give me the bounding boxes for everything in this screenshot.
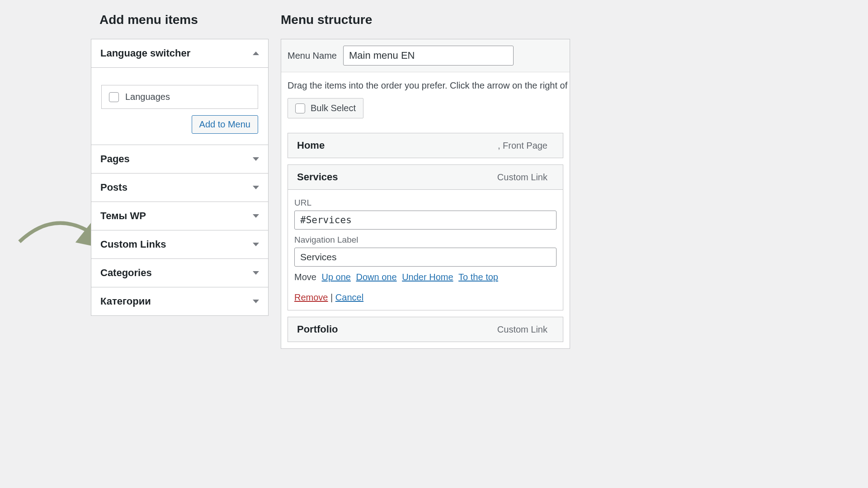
chevron-down-icon [253,243,259,246]
separator: | [330,292,335,302]
move-label: Move [294,272,316,282]
chevron-down-icon [253,271,259,275]
language-switcher-body: Languages Add to Menu [91,68,268,145]
menu-item-type: Custom Link [497,324,547,335]
accordion-pages[interactable]: Pages [91,145,268,174]
nav-label-field-label: Navigation Label [294,235,557,245]
menu-item-type: , Front Page [498,141,547,151]
menu-item-header[interactable]: Services Custom Link [288,165,563,189]
accordion-label: Language switcher [100,47,190,59]
add-menu-items-title: Add menu items [91,0,269,37]
accordion-categories-ru[interactable]: Категории [91,287,268,315]
menu-name-input[interactable] [343,46,514,66]
url-input[interactable] [294,211,557,230]
menu-item-header[interactable]: Home , Front Page [288,133,563,158]
menu-item-title: Services [297,171,338,183]
bulk-select-toggle[interactable]: Bulk Select [288,98,363,118]
chevron-down-icon [253,300,259,303]
menu-item-services: Services Custom Link URL [288,164,563,310]
bulk-select-label: Bulk Select [311,103,356,113]
remove-cancel-row: Remove | Cancel [294,292,557,303]
languages-checkbox[interactable] [109,92,119,102]
menu-item-header[interactable]: Portfolio Custom Link [288,317,563,342]
menu-structure-title: Menu structure [281,0,570,37]
menu-item-title: Portfolio [297,324,338,335]
move-up-one-link[interactable]: Up one [321,272,351,282]
cancel-link[interactable]: Cancel [335,292,363,302]
accordion-label: Pages [100,153,130,165]
accordion-themes-wp[interactable]: Темы WP [91,202,268,230]
menu-item-title: Home [297,140,325,151]
move-to-top-link[interactable]: To the top [458,272,498,282]
url-field-label: URL [294,198,557,208]
accordion-posts[interactable]: Posts [91,174,268,202]
chevron-down-icon [253,214,259,218]
languages-checkbox-label: Languages [125,92,170,102]
move-under-home-link[interactable]: Under Home [402,272,453,282]
menu-name-row: Menu Name [281,39,570,72]
accordion-label: Posts [100,182,127,193]
menu-structure-panel: Menu Name Drag the items into the order … [281,39,570,349]
bulk-select-checkbox[interactable] [295,103,305,113]
languages-checkbox-row[interactable]: Languages [101,85,258,109]
chevron-down-icon [253,157,259,161]
menu-item-portfolio: Portfolio Custom Link [288,317,563,342]
chevron-down-icon [253,186,259,189]
accordion-label: Категории [100,296,151,307]
add-to-menu-button[interactable]: Add to Menu [192,115,258,134]
chevron-up-icon [253,52,259,55]
accordion-label: Темы WP [100,210,146,222]
menu-item-body: URL Navigation Label Move Up one Down on… [288,189,563,310]
menu-item-type: Custom Link [497,172,547,183]
drag-instructions-text: Drag the items into the order you prefer… [281,72,570,91]
accordion-language-switcher[interactable]: Language switcher [91,39,268,68]
add-menu-items-accordion: Language switcher Languages Add to Menu … [91,39,269,316]
navigation-label-input[interactable] [294,248,557,267]
remove-link[interactable]: Remove [294,292,328,302]
accordion-label: Categories [100,267,152,279]
menu-item-home: Home , Front Page [288,133,563,158]
accordion-custom-links[interactable]: Custom Links [91,230,268,259]
move-down-one-link[interactable]: Down one [356,272,397,282]
menu-name-label: Menu Name [288,51,337,61]
accordion-categories[interactable]: Categories [91,259,268,287]
move-row: Move Up one Down one Under Home To the t… [294,272,557,282]
accordion-label: Custom Links [100,239,166,250]
